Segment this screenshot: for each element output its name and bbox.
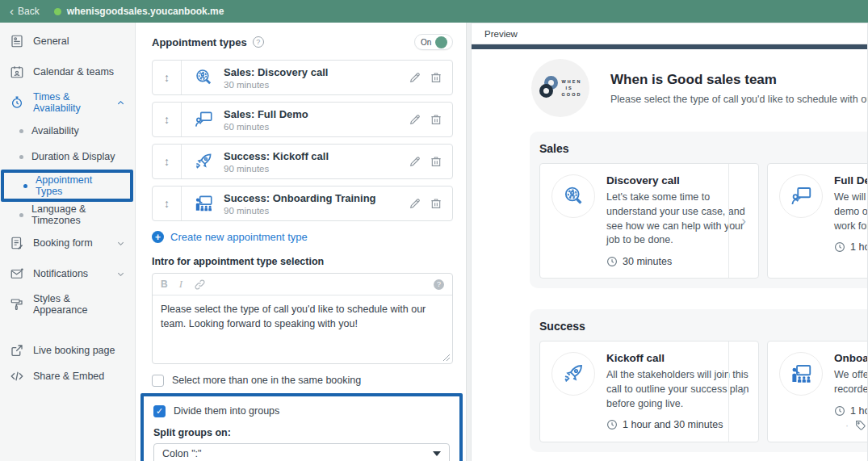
appointment-type-duration: 60 minutes xyxy=(224,122,409,132)
card-description: We will give y demo of how work for your xyxy=(834,191,868,233)
resize-handle-icon[interactable] xyxy=(442,353,450,361)
edit-icon[interactable] xyxy=(409,155,421,168)
card-duration: 1 hour xyxy=(850,241,868,253)
sidebar-item-label: Times & Availability xyxy=(33,91,107,114)
chevron-right-icon: › xyxy=(728,164,758,278)
intro-field-label: Intro for appointment type selection xyxy=(152,256,453,267)
online-status-dot xyxy=(54,8,61,15)
edit-icon[interactable] xyxy=(409,113,421,126)
card-description: All the stakeholders will join this call… xyxy=(606,368,720,411)
delete-icon[interactable] xyxy=(430,71,442,84)
preview-card-full-demo[interactable]: Full Demo We will give y demo of how wor… xyxy=(767,163,868,279)
back-chevron-icon: ‹ xyxy=(10,5,14,17)
appointment-types-panel: Appointment types ? On ↕ Sales: Discover… xyxy=(136,23,467,461)
appointment-type-name: Success: Kickoff call xyxy=(224,150,409,162)
drag-handle[interactable]: ↕ xyxy=(153,145,182,178)
onboarding-training-icon xyxy=(193,193,214,214)
sidebar-item-booking-form[interactable]: Booking form xyxy=(0,228,135,258)
external-link-icon xyxy=(10,343,24,358)
annotation-highlight-box: ✓ Divide them into groups Split groups o… xyxy=(140,393,463,461)
sidebar-item-label: Share & Embed xyxy=(33,371,125,382)
sidebar-item-label: Notifications xyxy=(33,268,107,279)
create-appointment-type-button[interactable]: + Create new appointment type xyxy=(152,231,453,243)
delete-icon[interactable] xyxy=(430,155,442,168)
drag-handle[interactable]: ↕ xyxy=(153,61,182,94)
preview-card-kickoff-call[interactable]: Kickoff call All the stakeholders will j… xyxy=(539,341,759,442)
divide-groups-checkbox[interactable]: ✓ xyxy=(153,405,166,417)
help-icon[interactable]: ? xyxy=(253,36,264,48)
price-tag-icon xyxy=(855,420,866,430)
appointment-types-toggle[interactable]: On xyxy=(414,34,453,50)
split-groups-select[interactable]: Colon ":" xyxy=(153,443,450,461)
sidebar-item-availability[interactable]: Availability xyxy=(0,118,135,144)
team-intro: Please select the type of call you'd lik… xyxy=(610,94,867,105)
clock-icon xyxy=(834,405,845,417)
sidebar-item-styles-appearance[interactable]: Styles & Appearance xyxy=(0,289,135,320)
bold-button[interactable]: B xyxy=(161,279,168,290)
sidebar-item-label: Calendar & teams xyxy=(33,66,125,78)
checkbox-label: Select more than one in the same booking xyxy=(172,375,361,386)
back-button[interactable]: ‹ Back xyxy=(10,6,40,17)
sidebar-item-general[interactable]: General xyxy=(0,26,135,57)
when-is-good-logo-icon xyxy=(539,76,560,100)
preview-card-discovery-call[interactable]: Discovery call Let's take some time to u… xyxy=(539,163,759,279)
drag-handle[interactable]: ↕ xyxy=(153,103,182,136)
clock-icon xyxy=(606,256,618,267)
sidebar-item-live-booking-page[interactable]: Live booking page xyxy=(0,337,135,363)
delete-icon[interactable] xyxy=(430,113,442,126)
discovery-call-icon xyxy=(551,174,595,218)
sidebar-item-share-embed[interactable]: Share & Embed xyxy=(0,363,135,389)
preview-tab-label: Preview xyxy=(472,23,867,44)
chevron-down-icon xyxy=(116,270,125,279)
chevron-up-icon xyxy=(116,98,125,107)
card-title: Onboarding Training xyxy=(834,352,868,364)
link-button[interactable] xyxy=(194,279,206,291)
checkbox-label: Divide them into groups xyxy=(174,405,279,417)
appointment-type-row: ↕ Success: Onboarding Training 90 minute… xyxy=(152,186,453,221)
sidebar-divider xyxy=(0,320,135,337)
delete-icon[interactable] xyxy=(430,197,442,210)
drag-handle[interactable]: ↕ xyxy=(153,186,182,220)
edit-icon[interactable] xyxy=(409,71,421,84)
sidebar-item-label: Booking form xyxy=(33,237,107,249)
editor-help-icon[interactable]: ? xyxy=(434,279,444,290)
preview-section-success: Success Kickoff call All the stake xyxy=(530,309,868,452)
back-label: Back xyxy=(18,6,40,17)
booking-page-domain[interactable]: whenisgoodsales.youcanbook.me xyxy=(54,6,224,17)
intro-textarea[interactable]: Please select the type of call you'd lik… xyxy=(153,295,452,363)
settings-sidebar: General Calendar & teams Times & Availab… xyxy=(0,23,136,461)
topbar: ‹ Back whenisgoodsales.youcanbook.me xyxy=(0,0,868,23)
sidebar-item-language-timezones[interactable]: Language & Timezones xyxy=(0,202,135,228)
clock-icon xyxy=(10,95,24,110)
sidebar-item-calendar-teams[interactable]: Calendar & teams xyxy=(0,57,135,87)
separator-dot: · xyxy=(845,420,849,431)
edit-icon[interactable] xyxy=(409,197,421,210)
sidebar-item-appointment-types[interactable]: Appointment Types xyxy=(4,173,130,199)
sidebar-item-label: Duration & Display xyxy=(31,151,115,162)
preview-card-onboarding-training[interactable]: Onboarding Training We offer cust record… xyxy=(767,341,868,442)
clock-icon xyxy=(606,419,618,430)
clock-icon xyxy=(834,241,845,253)
calendar-icon xyxy=(10,65,24,79)
sidebar-item-times-availability[interactable]: Times & Availability xyxy=(0,87,135,118)
create-link-label: Create new appointment type xyxy=(170,231,308,243)
card-description: Let's take some time to understand your … xyxy=(606,191,720,248)
appointment-type-duration: 30 minutes xyxy=(224,80,409,90)
intro-rich-text-editor: B I ? Please select the type of call you… xyxy=(152,273,453,364)
sidebar-item-notifications[interactable]: Notifications xyxy=(0,258,135,289)
full-demo-icon xyxy=(779,174,823,218)
team-name: When is Good sales team xyxy=(610,72,867,88)
mail-icon xyxy=(10,266,24,281)
multi-select-checkbox[interactable] xyxy=(152,375,164,387)
appointment-type-name: Sales: Discovery call xyxy=(224,66,409,78)
multi-select-checkbox-row: Select more than one in the same booking xyxy=(152,371,453,390)
sidebar-item-duration-display[interactable]: Duration & Display xyxy=(0,144,135,170)
italic-button[interactable]: I xyxy=(179,278,182,291)
annotation-highlight-box: Appointment Types xyxy=(1,170,133,202)
select-value: Colon ":" xyxy=(162,448,201,459)
card-title: Full Demo xyxy=(834,174,868,186)
chevron-right-icon: › xyxy=(728,342,758,442)
card-duration: 1 hour and 30 minutes xyxy=(850,405,868,417)
appointment-type-row: ↕ Success: Kickoff call 90 minutes xyxy=(152,144,453,179)
panel-title: Appointment types xyxy=(152,36,247,48)
